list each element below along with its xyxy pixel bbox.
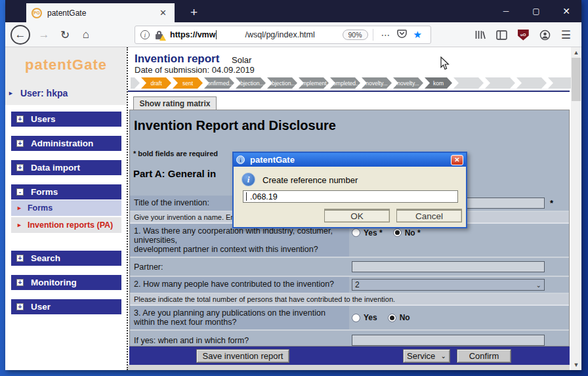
page-actions-icon[interactable]: ⋯ xyxy=(381,30,390,40)
row-q3: 3. Are you planning any publications on … xyxy=(130,306,570,331)
menu-label: Data import xyxy=(31,163,80,173)
info-icon: i xyxy=(242,173,255,186)
partner-label: Partner: xyxy=(130,258,349,276)
sidebar-subitem-invention-reports[interactable]: ► Invention reports (PA) xyxy=(11,217,121,233)
page-subtitle: Solar xyxy=(232,55,251,65)
patentgate-favicon-icon: PG xyxy=(32,8,42,18)
chevron-down-icon: ⌄ xyxy=(441,352,446,360)
sidebar-item-user[interactable]: + User xyxy=(11,299,121,314)
row-q1: 1. Was there any coorperation with indus… xyxy=(130,224,570,258)
scrollbar[interactable]: ▲ ▼ xyxy=(571,47,581,370)
library-icon[interactable] xyxy=(474,30,486,40)
q2-select[interactable]: 2 ⌄ xyxy=(352,279,545,291)
url-bar[interactable]: i https://vmw /wsql/pg/index.html 90% ⋯ … xyxy=(135,26,431,44)
breadcrumb-step-empty xyxy=(516,77,547,89)
page-info-icon[interactable]: i xyxy=(140,30,150,39)
pocket-icon[interactable] xyxy=(397,29,407,41)
sidebar-item-administration[interactable]: + Administration xyxy=(11,136,121,151)
sidebar-item-users[interactable]: + Users xyxy=(11,112,121,127)
q3-no-label: No xyxy=(400,313,410,322)
row-partner: Partner: xyxy=(130,258,570,277)
ublock-icon[interactable]: uO xyxy=(518,30,529,41)
arrow-icon: ► xyxy=(16,222,22,228)
expand-icon[interactable]: + xyxy=(16,303,24,310)
window-maximize-icon[interactable]: ▢ xyxy=(521,0,551,22)
expand-icon[interactable]: + xyxy=(16,115,24,123)
reference-number-input[interactable] xyxy=(243,190,458,203)
q3-yes-radio[interactable] xyxy=(352,314,360,322)
expand-icon[interactable]: + xyxy=(16,279,24,286)
sidebar-item-data-import[interactable]: + Data import xyxy=(11,160,121,175)
tab-show-rating-matrix[interactable]: Show rating matrix xyxy=(133,96,217,110)
url-text[interactable]: https://vmw /wsql/pg/index.html xyxy=(170,30,315,39)
q3-label: 3. Are you planning any publications on … xyxy=(130,306,349,329)
q1-label: 1. Was there any coorperation with indus… xyxy=(130,224,349,257)
lock-warning-icon[interactable] xyxy=(154,30,165,40)
form-action-bar: Save invention report Service ⌄ Confirm xyxy=(129,346,570,365)
scroll-down-icon[interactable]: ▼ xyxy=(571,360,581,370)
service-label: Service xyxy=(407,351,435,361)
menu-label: User xyxy=(31,302,51,312)
home-icon[interactable]: ⌂ xyxy=(76,25,96,45)
browser-tab[interactable]: PG patentGate ✕ xyxy=(26,3,175,22)
q1-no-radio[interactable] xyxy=(393,228,402,237)
form-title: Invention Report and Disclosure xyxy=(134,118,336,133)
dialog-body: i Create reference number OK Cancel xyxy=(234,167,466,227)
back-icon[interactable]: ← xyxy=(10,25,30,45)
ok-button[interactable]: OK xyxy=(324,210,390,222)
expand-icon[interactable]: + xyxy=(16,255,24,262)
scroll-up-icon[interactable]: ▲ xyxy=(571,47,581,58)
breadcrumb-step-novelty1: novelty... xyxy=(362,77,392,89)
new-tab-button[interactable]: + xyxy=(184,3,204,22)
breadcrumb-step-empty xyxy=(485,77,515,89)
q2-hint: Please indicate the total number of pers… xyxy=(130,294,570,306)
desktop: PG patentGate ✕ + ─ ▢ ✕ ← → ↻ ⌂ i xyxy=(0,0,588,376)
menu-label: Monitoring xyxy=(31,278,77,287)
breadcrumb-step-empty xyxy=(453,77,484,89)
menu-icon[interactable]: ☰ xyxy=(561,28,571,42)
breadcrumb-step-kom: kom xyxy=(425,77,452,89)
save-invention-report-button[interactable]: Save invention report xyxy=(196,349,289,363)
dialog-close-icon[interactable]: ✕ xyxy=(451,155,463,165)
status-breadcrumb: draft sent confirmed... objection... obj… xyxy=(131,77,579,89)
q1-yes-radio[interactable] xyxy=(352,228,360,237)
confirm-button[interactable]: Confirm xyxy=(457,349,511,363)
dialog-titlebar[interactable]: i patentGate ✕ xyxy=(234,153,466,167)
q2-selected-value: 2 xyxy=(355,280,360,289)
window-close-icon[interactable]: ✕ xyxy=(551,0,581,22)
forms-submenu: ► Forms ► Invention reports (PA) xyxy=(11,200,121,233)
service-select[interactable]: Service ⌄ xyxy=(403,349,450,363)
expand-icon[interactable]: + xyxy=(16,164,24,171)
zoom-level-badge[interactable]: 90% xyxy=(343,30,368,40)
ifyes-input[interactable] xyxy=(352,335,545,346)
sidebar-item-forms[interactable]: - Forms xyxy=(11,184,121,199)
dialog-info-icon: i xyxy=(236,156,245,164)
sidebar-item-monitoring[interactable]: + Monitoring xyxy=(11,275,121,290)
sidebar-subitem-forms[interactable]: ► Forms xyxy=(11,200,121,216)
q2-label: 2. How many people have contributed to t… xyxy=(130,277,349,293)
sidebars-icon[interactable] xyxy=(496,30,507,40)
reload-icon[interactable]: ↻ xyxy=(55,25,75,45)
breadcrumb-step-objection1: objection... xyxy=(236,77,266,89)
window-minimize-icon[interactable]: ─ xyxy=(491,0,521,22)
account-icon[interactable] xyxy=(539,30,551,41)
url-host: https://vmw xyxy=(170,30,215,39)
tab-close-icon[interactable]: ✕ xyxy=(157,7,169,19)
breadcrumb-step-novelty2: novelty... xyxy=(393,77,423,89)
q3-no-radio[interactable] xyxy=(388,314,396,322)
sidebar: patentGate ► User: hkpa + Users + Admini… xyxy=(5,47,127,370)
submission-date: Date of submission: 04.09.2019 xyxy=(135,65,255,75)
breadcrumb-step-confirmed: confirmed... xyxy=(204,77,234,89)
arrow-icon: ► xyxy=(16,205,22,211)
bookmark-star-icon[interactable]: ★ xyxy=(413,29,422,41)
url-path: /wsql/pg/index.html xyxy=(245,30,314,39)
partner-input[interactable] xyxy=(352,261,545,272)
sidebar-item-search[interactable]: + Search xyxy=(11,251,121,266)
expand-icon[interactable]: + xyxy=(16,140,24,147)
cancel-button[interactable]: Cancel xyxy=(396,210,462,222)
page-title: Invention report xyxy=(135,52,219,66)
forward-icon[interactable]: → xyxy=(34,25,54,45)
collapse-icon[interactable]: - xyxy=(16,188,24,196)
scrollbar-thumb[interactable] xyxy=(572,58,581,101)
required-star: * xyxy=(550,198,553,208)
